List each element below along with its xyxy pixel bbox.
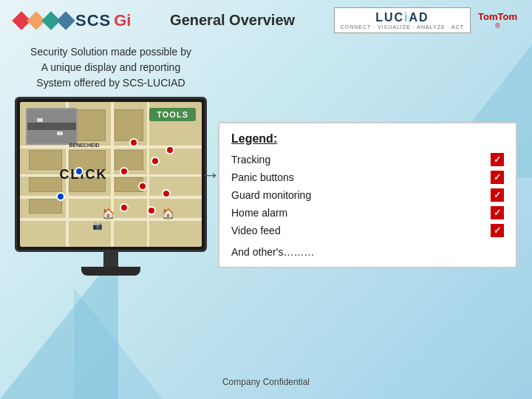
tools-button[interactable]: TOOLS	[149, 108, 196, 121]
marker-red-2	[151, 157, 160, 166]
camera-car1	[37, 118, 43, 122]
benecheid-label: BENECHEID	[69, 143, 99, 148]
footer: Company Confidential	[0, 371, 532, 393]
monitor-base	[81, 267, 140, 276]
marker-blue-1	[56, 192, 65, 201]
legend-item-tracking: Tracking ✓	[231, 153, 504, 166]
map-block3	[115, 109, 143, 141]
luciad-logo-box: LUCiAD CONNECT · VISUALIZE · ANALYZE · A…	[334, 7, 471, 33]
map-block10	[115, 150, 143, 170]
camera-road-view	[27, 109, 76, 143]
monitor-container: TOOLS CLICK	[15, 97, 207, 276]
monitor-screen: TOOLS CLICK	[20, 102, 202, 247]
checkbox-panic: ✓	[491, 171, 504, 184]
legend-label-guard: Guard monitoring	[231, 189, 311, 201]
luciad-logo-text: LUCiAD	[375, 11, 429, 24]
legend-label-tracking: Tracking	[231, 154, 270, 166]
luciad-tagline: CONNECT · VISUALIZE · ANALYZE · ACT	[341, 24, 464, 30]
camera-thumbnail	[26, 108, 78, 145]
legend-label-home: Home alarm	[231, 207, 287, 219]
map-block4	[29, 150, 61, 170]
marker-blue-2	[75, 167, 83, 176]
logo-diamonds	[15, 14, 72, 27]
page-title: General Overview	[170, 12, 295, 29]
footer-text: Company Confidential	[222, 377, 310, 387]
legend-label-video: Video feed	[231, 225, 281, 236]
house-marker-2: 🏠	[162, 208, 174, 219]
checkbox-home: ✓	[491, 206, 504, 219]
house-marker-1: 🏠	[102, 208, 115, 219]
header: SCS Gi General Overview LUCiAD CONNECT ·…	[0, 0, 532, 41]
marker-red-6	[120, 203, 129, 212]
map-block6	[29, 177, 61, 192]
map-background: TOOLS CLICK	[20, 102, 202, 247]
tomtom-registered: ®	[495, 22, 500, 30]
scs-text: SCS	[75, 11, 111, 30]
camera-car2	[57, 132, 63, 135]
diamond-blue	[56, 11, 75, 30]
checkbox-video: ✓	[491, 224, 504, 237]
partner-logos: LUCiAD CONNECT · VISUALIZE · ANALYZE · A…	[334, 7, 517, 33]
marker-red-3	[138, 182, 147, 191]
left-panel: Security Solution made possible by A uni…	[15, 44, 207, 276]
legend-item-video: Video feed ✓	[231, 224, 504, 237]
marker-red-4	[162, 189, 171, 198]
main-content: Security Solution made possible by A uni…	[0, 41, 532, 276]
intro-line2: A unique display and reporting	[15, 60, 207, 75]
marker-red-7	[166, 146, 174, 154]
click-label: CLICK	[60, 167, 108, 183]
road-v3	[147, 102, 149, 247]
and-others-text: And other's………	[231, 246, 504, 258]
right-panel: Legend: Tracking ✓ Panic buttons ✓ Guard…	[218, 44, 517, 276]
legend-item-guard: Guard monitoring ✓	[231, 188, 504, 202]
marker-red-1	[129, 138, 138, 147]
legend-wrapper: Legend: Tracking ✓ Panic buttons ✓ Guard…	[218, 122, 517, 268]
legend-label-panic: Panic buttons	[231, 171, 294, 183]
road-v2	[111, 102, 114, 247]
legend-item-panic: Panic buttons ✓	[231, 171, 504, 184]
gi-text: Gi	[114, 11, 131, 30]
legend-box: Legend: Tracking ✓ Panic buttons ✓ Guard…	[218, 122, 517, 268]
arrow-right-icon: →	[200, 163, 220, 187]
legend-item-home: Home alarm ✓	[231, 206, 504, 219]
luciad-dot: i	[404, 11, 409, 24]
scs-logo: SCS Gi	[15, 11, 131, 30]
monitor-neck	[103, 252, 118, 267]
tomtom-text: TomTom	[478, 11, 517, 22]
map-block9	[29, 199, 61, 214]
intro-text: Security Solution made possible by A uni…	[15, 44, 207, 91]
checkbox-tracking: ✓	[491, 153, 504, 166]
intro-line1: Security Solution made possible by	[15, 44, 207, 60]
camera-icon-map: 📷	[92, 221, 103, 231]
legend-title: Legend:	[231, 132, 504, 146]
checkbox-guard: ✓	[491, 188, 504, 202]
intro-line3: System offered by SCS-LUCIAD	[15, 75, 207, 91]
tomtom-logo: TomTom ®	[478, 11, 517, 30]
monitor: TOOLS CLICK	[15, 97, 207, 252]
marker-red-8	[147, 206, 156, 215]
